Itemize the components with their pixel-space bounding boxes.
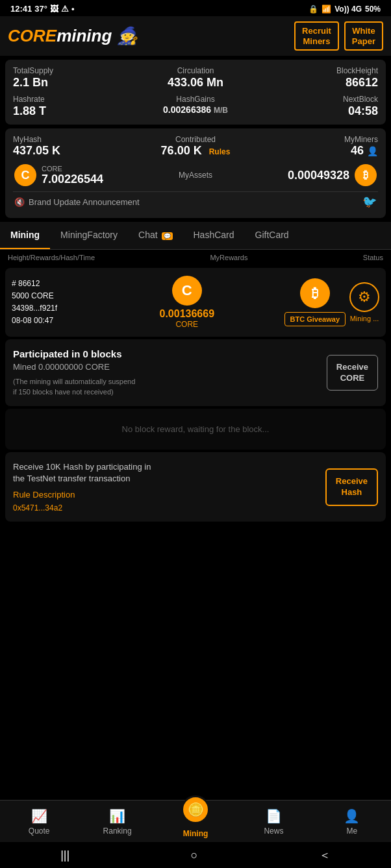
stats-grid: TotalSupply 2.1 Bn Circulation 433.06 Mn…	[13, 66, 378, 118]
btc-giveaway-button[interactable]: BTC Giveaway	[284, 312, 346, 326]
no-reward-section: No block reward, waiting for the block..…	[5, 409, 386, 450]
hashrate-value: 1.88 T	[13, 104, 133, 118]
me-icon: 👤	[344, 808, 360, 824]
rules-link[interactable]: Rules	[209, 147, 231, 156]
hash-gains-label: HashGains	[136, 95, 256, 104]
btc-reward-icon: ₿	[300, 278, 330, 308]
twitter-icon[interactable]: 🐦	[362, 195, 377, 209]
my-hash-label: MyHash	[13, 135, 133, 144]
image-icon: 🖼	[50, 4, 58, 14]
btc-asset: 0.00049328 ₿	[288, 164, 377, 186]
dot-icon: •	[71, 4, 75, 14]
assets-row: C CORE 7.00226544 MyAssets 0.00049328 ₿	[13, 164, 378, 186]
tab-mining[interactable]: Mining	[0, 222, 50, 249]
status-left: 12:41 37° 🖼 ⚠ •	[10, 4, 74, 14]
lock-icon: 🔒	[309, 5, 318, 14]
next-block-stat: NextBlock 04:58	[258, 95, 378, 118]
mining-table-header: Height/Rewards/Hash/Time MyRewards Statu…	[0, 250, 391, 265]
news-label: News	[264, 826, 283, 836]
whitepaper-button[interactable]: White Paper	[344, 21, 383, 51]
core-reward-icon: C	[172, 276, 202, 306]
circulation-label: Circulation	[136, 66, 256, 75]
mining-row: # 86612 5000 CORE 34398...f921f 08-08 00…	[5, 268, 386, 337]
my-hash-stat: MyHash 437.05 K	[13, 135, 133, 158]
miners-icon: 👤	[367, 146, 378, 156]
header: COREmining 🧙 Recruit Miners White Paper	[0, 16, 391, 56]
circulation-value: 433.06 Mn	[136, 76, 256, 90]
mining-time: 08-08 00:47	[12, 315, 90, 327]
mining-status-icon: ⚙	[349, 282, 379, 312]
mining-amount: 0.00136669	[160, 308, 215, 320]
back-button[interactable]: ＜	[319, 847, 331, 863]
nav-ranking[interactable]: 📊 Ranking	[78, 808, 156, 836]
my-miners-value: 46 👤	[258, 144, 378, 158]
block-height-stat: BlockHeight 86612	[258, 66, 378, 90]
col-height-label: Height/Rewards/Hash/Time	[8, 254, 95, 261]
stats-panel: TotalSupply 2.1 Bn Circulation 433.06 Mn…	[5, 60, 386, 125]
status-bar: 12:41 37° 🖼 ⚠ • 🔒 📶 Vo)) 4G 50%	[0, 0, 391, 16]
col-rewards-label: MyRewards	[210, 254, 247, 261]
mining-btc: ₿ BTC Giveaway	[284, 278, 346, 326]
battery: 50%	[365, 5, 381, 14]
nav-news[interactable]: 📄 News	[234, 808, 312, 836]
ranking-icon: 📊	[109, 808, 125, 824]
core-icon: C	[14, 164, 36, 186]
mined-amount: Mined 0.00000000 CORE	[13, 362, 327, 372]
android-nav: ||| ○ ＜	[0, 842, 391, 868]
nav-quote[interactable]: 📈 Quote	[0, 808, 78, 836]
me-label: Me	[346, 826, 357, 836]
tab-hash-card[interactable]: HashCard	[183, 222, 245, 249]
news-icon: 📄	[266, 808, 282, 824]
nav-me[interactable]: 👤 Me	[313, 808, 391, 836]
hash-gains-stat: HashGains 0.00266386 M/B	[136, 95, 256, 118]
mining-coin: CORE	[175, 320, 198, 329]
col-status-label: Status	[363, 254, 383, 261]
next-block-label: NextBlock	[258, 95, 378, 104]
mining-nav-icon: 🪙	[181, 795, 210, 824]
receive-core-button[interactable]: Receive CORE	[327, 355, 378, 391]
tabs: Mining MiningFactory Chat 💬 HashCard Gif…	[0, 222, 391, 250]
chat-badge: 💬	[162, 232, 173, 240]
total-supply-value: 2.1 Bn	[13, 76, 133, 90]
tab-chat[interactable]: Chat 💬	[128, 222, 183, 249]
mining-height: # 86612	[12, 278, 90, 290]
mining-status-text: Mining ...	[350, 315, 379, 322]
testnet-address: 0x5471...34a2	[13, 503, 319, 512]
logo-core: CORE	[8, 26, 57, 45]
btc-icon: ₿	[355, 164, 377, 186]
myhash-panel: MyHash 437.05 K Contributed 76.00 K Rule…	[5, 128, 386, 218]
mining-nav-label: Mining	[183, 829, 208, 838]
menu-button[interactable]: |||	[60, 849, 69, 862]
announcement: 🔇 Brand Update Announcement 🐦	[13, 191, 378, 211]
speaker-icon: 🔇	[14, 197, 25, 207]
header-buttons: Recruit Miners White Paper	[294, 21, 383, 51]
testnet-title: Receive 10K Hash by participating in the…	[13, 461, 319, 485]
my-miners-stat: MyMiners 46 👤	[258, 135, 378, 158]
no-reward-text: No block reward, waiting for the block..…	[13, 424, 378, 434]
testnet-section: Receive 10K Hash by participating in the…	[5, 452, 386, 522]
next-block-value: 04:58	[258, 104, 378, 118]
core-name: CORE	[42, 165, 103, 173]
receive-hash-button[interactable]: Receive Hash	[325, 468, 378, 506]
participated-note: (The mining will automatically suspend i…	[13, 377, 327, 397]
my-hash-value: 437.05 K	[13, 144, 133, 158]
home-button[interactable]: ○	[191, 849, 198, 862]
rule-description-link[interactable]: Rule Description	[13, 490, 319, 500]
mining-hash: 34398...f921f	[12, 302, 90, 315]
total-supply-stat: TotalSupply 2.1 Bn	[13, 66, 133, 90]
btc-value: 0.00049328	[288, 169, 349, 182]
nav-mining[interactable]: 🪙 Mining	[157, 806, 234, 838]
contributed-value: 76.00 K Rules	[136, 144, 256, 158]
bottom-nav: 📈 Quote 📊 Ranking 🪙 Mining 📄 News 👤 Me	[0, 800, 391, 842]
logo-mascot: 🧙	[117, 26, 138, 45]
recruit-miners-button[interactable]: Recruit Miners	[294, 21, 339, 51]
temperature: 37°	[34, 4, 47, 14]
wifi-icon: 📶	[322, 5, 331, 14]
tab-gift-card[interactable]: GiftCard	[245, 222, 299, 249]
tab-mining-factory[interactable]: MiningFactory	[50, 222, 128, 249]
block-height-label: BlockHeight	[258, 66, 378, 75]
mining-status: ⚙ Mining ...	[349, 282, 379, 322]
mining-reward: C 0.00136669 CORE	[94, 276, 281, 329]
time: 12:41	[10, 4, 32, 14]
contributed-stat: Contributed 76.00 K Rules	[136, 135, 256, 158]
